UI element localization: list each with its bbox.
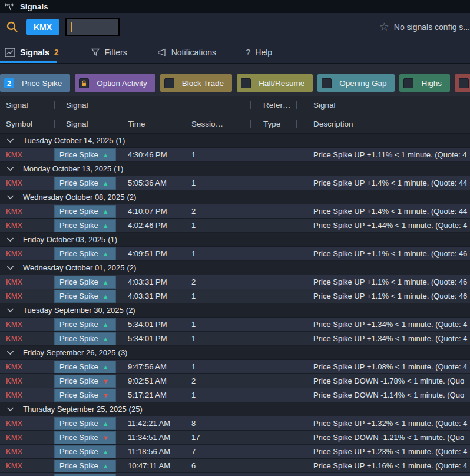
chip-opening-gap[interactable]: Opening Gap: [317, 74, 395, 92]
chip-halt-resume[interactable]: Halt/Resume: [237, 74, 313, 92]
symbol-cell[interactable]: KMX: [0, 150, 54, 159]
table-row[interactable]: KMXPrice Spike▲5:05:36 AM1Price Spike UP…: [0, 176, 470, 190]
chip-lows[interactable]: Lows: [455, 74, 470, 92]
chevron-down-icon[interactable]: [6, 194, 14, 200]
signal-badge-label: Price Spike: [59, 277, 98, 286]
chevron-down-icon[interactable]: [6, 138, 14, 143]
signal-badge[interactable]: Price Spike▲: [54, 460, 116, 472]
symbol-cell[interactable]: KMX: [0, 447, 54, 456]
col-header-description[interactable]: Description: [296, 114, 470, 133]
table-row[interactable]: KMXPrice Spike▲5:34:01 PM1Price Spike UP…: [0, 332, 470, 346]
group-header-reference[interactable]: Refer…: [250, 96, 296, 114]
chevron-down-icon[interactable]: [6, 237, 14, 242]
table-row[interactable]: KMXPrice Spike▲11:18:56 AM7Price Spike U…: [0, 445, 470, 459]
chip-highs[interactable]: Highs: [399, 74, 450, 92]
symbol-cell[interactable]: KMX: [0, 419, 54, 428]
tab-filters[interactable]: Filters: [82, 41, 135, 63]
chip-price-spike[interactable]: 2 Price Spike: [0, 74, 70, 92]
chevron-down-icon[interactable]: [6, 265, 14, 270]
signal-badge[interactable]: Price Spike▼: [54, 431, 116, 444]
checkbox[interactable]: [459, 78, 469, 88]
group-header-signal-3[interactable]: Signal: [296, 96, 470, 114]
symbol-cell[interactable]: KMX: [0, 207, 54, 216]
signal-badge[interactable]: Price Spike▲: [54, 205, 116, 218]
chevron-down-icon[interactable]: [6, 350, 14, 355]
symbol-cell[interactable]: KMX: [0, 292, 54, 300]
signals-config-status[interactable]: No signals config s...: [394, 22, 470, 32]
tab-signals[interactable]: Signals 2: [0, 41, 67, 63]
group-header-signal-2[interactable]: Signal: [54, 96, 250, 114]
favorite-star-icon[interactable]: ☆: [379, 20, 389, 34]
symbol-cell[interactable]: KMX: [0, 178, 54, 187]
group-header-row[interactable]: Friday September 26, 2025(3): [0, 346, 470, 360]
signal-badge[interactable]: Price Spike▲: [54, 148, 116, 161]
symbol-cell[interactable]: KMX: [0, 277, 54, 286]
signal-badge-label: Price Spike: [59, 334, 98, 343]
group-header-row[interactable]: Tuesday September 30, 2025(2): [0, 303, 470, 318]
table-row[interactable]: KMXPrice Spike▲4:02:46 PM1Price Spike UP…: [0, 219, 470, 233]
symbol-cell[interactable]: KMX: [0, 249, 54, 258]
table-row[interactable]: KMXPrice Spike▼11:34:51 AM17Price Spike …: [0, 431, 470, 445]
symbol-chip[interactable]: KMX: [26, 19, 59, 35]
table-row[interactable]: KMXPrice Spike▲: [0, 473, 470, 476]
tab-notifications[interactable]: Notifications: [148, 41, 224, 63]
group-header-row[interactable]: Monday October 13, 2025(1): [0, 162, 470, 176]
col-header-session[interactable]: Sessio…: [186, 114, 250, 133]
group-header-row[interactable]: Wednesday October 08, 2025(2): [0, 190, 470, 204]
chevron-down-icon[interactable]: [6, 406, 14, 412]
signal-badge[interactable]: Price Spike▲: [54, 332, 116, 345]
symbol-cell[interactable]: KMX: [0, 433, 54, 442]
checkbox[interactable]: [322, 78, 332, 88]
table-row[interactable]: KMXPrice Spike▲11:42:21 AM8Price Spike U…: [0, 416, 470, 431]
signal-badge[interactable]: Price Spike▲: [54, 290, 116, 303]
symbol-cell[interactable]: KMX: [0, 334, 54, 343]
direction-up-icon: ▲: [102, 279, 109, 286]
group-header-row[interactable]: Thursday September 25, 2025(25): [0, 402, 470, 416]
group-header-row[interactable]: Friday October 03, 2025(1): [0, 233, 470, 247]
table-row[interactable]: KMXPrice Spike▲5:34:01 PM1Price Spike UP…: [0, 318, 470, 332]
table-row[interactable]: KMXPrice Spike▲9:47:56 AM1Price Spike UP…: [0, 360, 470, 374]
checkbox[interactable]: [241, 78, 251, 88]
col-header-signal[interactable]: Signal: [54, 114, 121, 133]
signal-badge[interactable]: Price Spike▼: [54, 389, 116, 402]
signal-badge[interactable]: Price Spike▲: [54, 417, 116, 430]
signal-badge[interactable]: Price Spike▲: [54, 219, 116, 232]
lock-checkbox[interactable]: [79, 78, 89, 88]
chip-option-activity[interactable]: Option Activity: [75, 74, 155, 92]
col-header-type[interactable]: Type: [250, 114, 296, 133]
signal-badge[interactable]: Price Spike▲: [54, 445, 116, 458]
col-header-time[interactable]: Time: [121, 114, 186, 133]
signal-badge[interactable]: Price Spike▲: [54, 318, 116, 331]
group-header-row[interactable]: Tuesday October 14, 2025(1): [0, 134, 470, 148]
signal-badge[interactable]: Price Spike▼: [54, 375, 116, 388]
table-row[interactable]: KMXPrice Spike▲4:03:31 PM1Price Spike UP…: [0, 289, 470, 303]
symbol-cell[interactable]: KMX: [0, 391, 54, 399]
symbol-search-input[interactable]: [65, 18, 120, 36]
group-header-signal[interactable]: Signal: [0, 96, 54, 114]
signal-badge[interactable]: Price Spike▲: [54, 276, 116, 289]
checkbox[interactable]: [403, 78, 413, 88]
table-row[interactable]: KMXPrice Spike▲10:47:11 AM6Price Spike U…: [0, 459, 470, 473]
symbol-cell[interactable]: KMX: [0, 362, 54, 371]
group-header-row[interactable]: Wednesday October 01, 2025(2): [0, 261, 470, 275]
chevron-down-icon[interactable]: [6, 308, 14, 313]
symbol-cell[interactable]: KMX: [0, 376, 54, 385]
symbol-cell[interactable]: KMX: [0, 221, 54, 230]
table-row[interactable]: KMXPrice Spike▲4:10:07 PM2Price Spike UP…: [0, 204, 470, 219]
chevron-down-icon[interactable]: [6, 166, 14, 171]
table-row[interactable]: KMXPrice Spike▼5:17:21 AM1Price Spike DO…: [0, 388, 470, 402]
table-row[interactable]: KMXPrice Spike▲4:30:46 PM1Price Spike UP…: [0, 148, 470, 162]
checkbox[interactable]: [164, 78, 174, 88]
col-header-symbol[interactable]: Symbol: [0, 114, 54, 133]
table-row[interactable]: KMXPrice Spike▼9:02:51 AM2Price Spike DO…: [0, 374, 470, 388]
symbol-cell[interactable]: KMX: [0, 320, 54, 329]
symbol-cell[interactable]: KMX: [0, 461, 54, 470]
table-row[interactable]: KMXPrice Spike▲4:09:51 PM1Price Spike UP…: [0, 247, 470, 261]
tab-help[interactable]: ? Help: [237, 41, 280, 63]
table-row[interactable]: KMXPrice Spike▲4:03:31 PM2Price Spike UP…: [0, 275, 470, 289]
signal-badge[interactable]: Price Spike▲: [54, 177, 116, 190]
signal-badge[interactable]: Price Spike▲: [54, 474, 116, 476]
signal-badge[interactable]: Price Spike▲: [54, 247, 116, 260]
signal-badge[interactable]: Price Spike▲: [54, 361, 116, 373]
chip-block-trade[interactable]: Block Trade: [160, 74, 232, 92]
